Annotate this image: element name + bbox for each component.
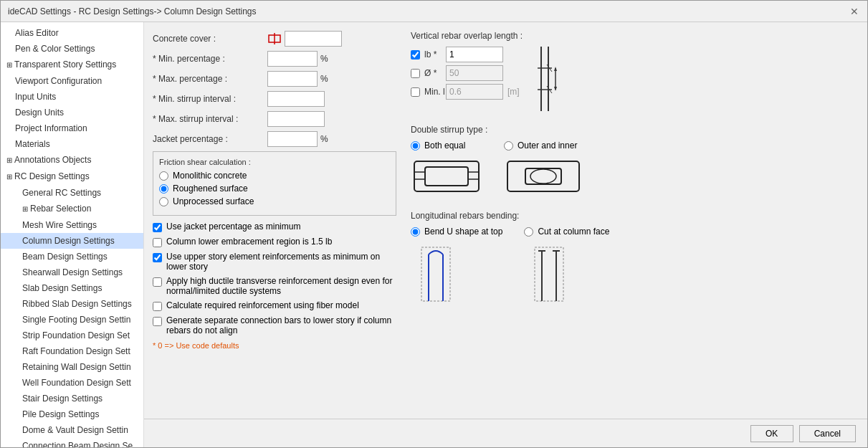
sidebar-item-pen-color[interactable]: Pen & Color Settings: [1, 41, 143, 57]
rebar-lb-row: lb *: [411, 47, 520, 62]
main-content: Alias EditorPen & Color Settings⊞Transpa…: [1, 22, 867, 447]
friction-monolithic-radio[interactable]: [159, 171, 168, 181]
long-bend-u-radio-row: Bend U shape at top: [411, 227, 502, 237]
friction-unprocessed-radio[interactable]: [159, 197, 168, 206]
upper-story-checkbox[interactable]: [153, 253, 162, 262]
stirrup-outer-inner-radio[interactable]: [504, 141, 513, 151]
sidebar-item-ribbed-slab[interactable]: Ribbed Slab Design Settings: [1, 296, 143, 312]
min-stirrup-label: * Min. stirrup interval :: [153, 94, 267, 104]
sidebar-item-transparent-story[interactable]: ⊞Transparent Story Settings: [1, 57, 143, 73]
min-percentage-input[interactable]: 0: [267, 51, 318, 67]
stirrup-outer-inner-label: Outer and inner: [518, 140, 577, 151]
max-percentage-row: * Max. percentage : 0 %: [153, 71, 396, 87]
rebar-minl-label: Min. l: [424, 87, 446, 97]
max-stirrup-input[interactable]: 0 cm: [267, 111, 325, 127]
svg-rect-20: [421, 247, 450, 301]
stirrup-outer-inner: Outer and inner: [504, 140, 583, 199]
rebar-section: Vertical rebar overlap length : lb *: [411, 31, 859, 113]
sidebar-item-beam-design[interactable]: Beam Design Settings: [1, 249, 143, 264]
friction-monolithic-row: Monolithic concrete: [159, 171, 390, 181]
rebar-minl-input[interactable]: [446, 84, 503, 100]
max-percentage-input[interactable]: 0: [267, 71, 318, 87]
rebar-diameter-checkbox[interactable]: [411, 69, 420, 78]
concrete-cover-row: Concrete cover : 4 cm: [153, 31, 396, 47]
sidebar-item-stair-design[interactable]: Stair Design Settings: [1, 391, 143, 406]
calculate-required-label: Calculate required reinforcement using f…: [166, 300, 359, 310]
rebar-diameter-row: Ø *: [411, 65, 520, 81]
sidebar-item-strip-foundation[interactable]: Strip Foundation Design Set: [1, 328, 143, 343]
double-stirrup-section: Double stirrup type : Both equal: [411, 125, 859, 199]
stirrup-outer-inner-diagram: [504, 158, 583, 199]
column-lower-checkbox[interactable]: [153, 238, 162, 247]
generate-separate-checkbox[interactable]: [153, 317, 162, 326]
checkbox-calculate-required: Calculate required reinforcement using f…: [153, 300, 396, 311]
sidebar-item-retaining-wall[interactable]: Retaining Wall Design Settin: [1, 359, 143, 375]
right-panel: Concrete cover : 4 cm * Min. percentage …: [144, 22, 867, 447]
checkbox-upper-story: Use upper story element reinforcements a…: [153, 252, 396, 272]
friction-group-title: Friction shear calculation :: [159, 158, 390, 166]
min-stirrup-input[interactable]: 0 cm: [267, 91, 325, 107]
bottom-bar: OK Cancel: [144, 419, 867, 447]
expand-icon: ⊞: [6, 173, 12, 181]
checkbox-apply-high: Apply high ductile transverse reinforcem…: [153, 276, 396, 296]
rebar-diameter-input[interactable]: [446, 65, 503, 81]
calculate-required-checkbox[interactable]: [153, 302, 162, 311]
jacket-row: Jacket percentage : 1 %: [153, 131, 396, 147]
sidebar-item-dome-vault[interactable]: Dome & Vault Design Settin: [1, 422, 143, 438]
min-percentage-row: * Min. percentage : 0 %: [153, 51, 396, 67]
jacket-input[interactable]: 1: [267, 131, 318, 147]
sidebar-item-rebar-selection[interactable]: ⊞Rebar Selection: [1, 201, 143, 217]
jacket-label: Jacket percentage :: [153, 134, 267, 144]
concrete-cover-input[interactable]: 4 cm: [285, 31, 342, 47]
rebar-overlap-diagram: [527, 47, 570, 113]
svg-marker-10: [554, 87, 557, 91]
friction-monolithic-label: Monolithic concrete: [173, 171, 247, 181]
rebar-lb-input[interactable]: [446, 47, 503, 62]
friction-roughened-radio[interactable]: [159, 184, 168, 194]
stirrup-both-equal-radio[interactable]: [411, 141, 420, 151]
jacket-unit: %: [320, 134, 328, 144]
sidebar-item-materials[interactable]: Materials: [1, 136, 143, 152]
svg-rect-17: [507, 161, 579, 191]
rebar-diameter-label: Ø *: [424, 68, 446, 78]
rebar-minl-checkbox[interactable]: [411, 87, 420, 97]
sidebar-item-raft-foundation[interactable]: Raft Foundation Design Sett: [1, 343, 143, 359]
note-text: * 0 => Use code defaults: [153, 341, 396, 350]
svg-rect-12: [425, 167, 468, 186]
sidebar-item-mesh-wire[interactable]: Mesh Wire Settings: [1, 217, 143, 233]
max-stirrup-row: * Max. stirrup interval : 0 cm: [153, 111, 396, 127]
rebar-lb-label: lb *: [424, 49, 446, 59]
sidebar-item-single-footing[interactable]: Single Footing Design Settin: [1, 312, 143, 328]
sidebar-item-shearwall-design[interactable]: Shearwall Design Settings: [1, 264, 143, 280]
expand-icon: ⊞: [6, 156, 12, 164]
sidebar-item-slab-design[interactable]: Slab Design Settings: [1, 280, 143, 296]
close-button[interactable]: ✕: [849, 6, 860, 17]
sidebar-item-general-rc[interactable]: General RC Settings: [1, 185, 143, 201]
ok-button[interactable]: OK: [750, 425, 793, 442]
apply-high-label: Apply high ductile transverse reinforcem…: [166, 276, 396, 296]
long-cut-face-label: Cut at column face: [538, 227, 609, 237]
apply-high-checkbox[interactable]: [153, 277, 162, 287]
sidebar-item-input-units[interactable]: Input Units: [1, 89, 143, 105]
sidebar-item-project-info[interactable]: Project Information: [1, 120, 143, 136]
sidebar-item-rc-design[interactable]: ⊞RC Design Settings: [1, 168, 143, 185]
use-jacket-checkbox[interactable]: [153, 223, 162, 232]
cancel-button[interactable]: Cancel: [799, 425, 856, 442]
long-bend-u-label: Bend U shape at top: [424, 227, 502, 237]
sidebar-item-alias-editor[interactable]: Alias Editor: [1, 25, 143, 41]
sidebar-item-pile-design[interactable]: Pile Design Settings: [1, 406, 143, 422]
stirrup-both-equal-diagram: [411, 158, 482, 199]
long-cut-face-radio[interactable]: [524, 227, 533, 237]
long-bend-u-radio[interactable]: [411, 227, 420, 237]
sidebar-item-design-units[interactable]: Design Units: [1, 105, 143, 120]
svg-point-19: [530, 169, 556, 184]
rebar-lb-checkbox[interactable]: [411, 50, 420, 59]
sidebar-item-connection-beam[interactable]: Connection Beam Design Se: [1, 438, 143, 447]
long-cut-face: Cut at column face: [524, 227, 609, 310]
right-settings-column: Vertical rebar overlap length : lb *: [411, 31, 859, 410]
sidebar-item-well-foundation[interactable]: Well Foundation Design Sett: [1, 375, 143, 391]
sidebar-item-column-design[interactable]: Column Design Settings: [1, 233, 143, 249]
use-jacket-label: Use jacket percentage as minimum: [166, 221, 300, 232]
sidebar-item-annotations[interactable]: ⊞Annotations Objects: [1, 152, 143, 168]
sidebar-item-viewport[interactable]: Viewport Configuration: [1, 73, 143, 89]
